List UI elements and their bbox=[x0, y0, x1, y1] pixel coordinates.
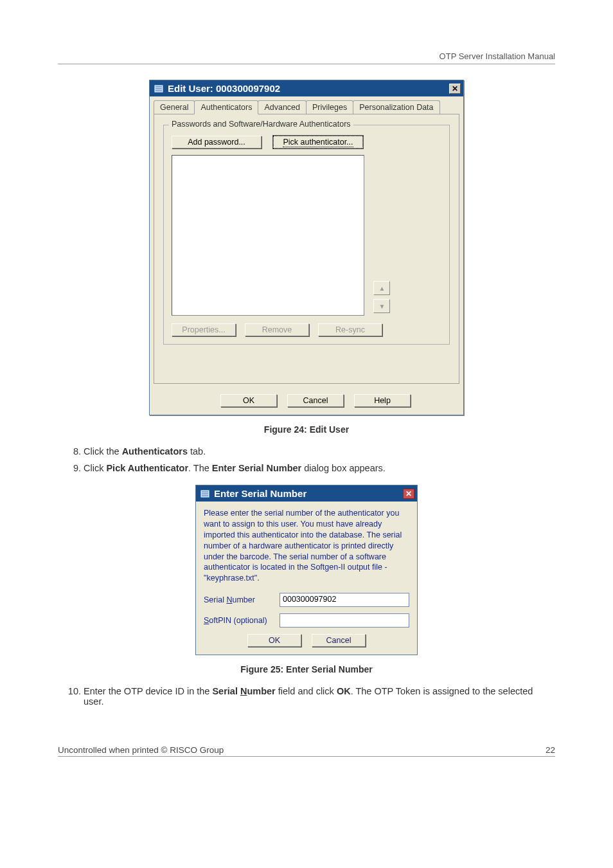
help-button[interactable]: Help bbox=[354, 394, 411, 407]
tab-privileges[interactable]: Privileges bbox=[306, 100, 353, 114]
properties-button[interactable]: Properties... bbox=[172, 323, 236, 336]
app-icon bbox=[154, 84, 164, 94]
pick-authenticator-button[interactable]: Pick authenticator... bbox=[273, 136, 363, 149]
move-up-button[interactable]: ▲ bbox=[373, 281, 390, 295]
authenticators-group: Passwords and Software/Hardware Authenti… bbox=[163, 125, 450, 345]
cancel-button[interactable]: Cancel bbox=[287, 394, 344, 407]
ok-button[interactable]: OK bbox=[220, 394, 277, 407]
tab-body: Passwords and Software/Hardware Authenti… bbox=[154, 114, 459, 384]
dialog2-title: Enter Serial Number bbox=[214, 488, 306, 499]
edit-user-dialog: Edit User: 000300097902 ✕ General Authen… bbox=[149, 80, 464, 415]
authenticator-list[interactable] bbox=[172, 155, 364, 316]
serial-number-input[interactable]: 000300097902 bbox=[280, 593, 409, 607]
group-label: Passwords and Software/Hardware Authenti… bbox=[169, 120, 353, 129]
enter-serial-number-dialog: Enter Serial Number ✕ Please enter the s… bbox=[195, 485, 418, 655]
tab-advanced[interactable]: Advanced bbox=[258, 100, 306, 114]
triangle-down-icon: ▼ bbox=[379, 303, 386, 310]
close-icon[interactable]: ✕ bbox=[403, 489, 414, 499]
tab-row: General Authenticators Advanced Privileg… bbox=[150, 96, 463, 114]
dialog1-title: Edit User: 000300097902 bbox=[168, 83, 280, 94]
figure-24-caption: Figure 24: Edit User bbox=[58, 424, 555, 435]
resync-button[interactable]: Re-sync bbox=[318, 323, 382, 336]
figure-25-caption: Figure 25: Enter Serial Number bbox=[58, 664, 555, 674]
page-footer: Uncontrolled when printed © RISCO Group … bbox=[58, 745, 555, 757]
serial-number-label: Serial Number bbox=[204, 595, 280, 604]
softpin-input[interactable] bbox=[280, 613, 409, 628]
step-10: Enter the OTP device ID in the Serial Nu… bbox=[84, 686, 555, 707]
step-list: Click the Authenticators tab. Click Pick… bbox=[58, 446, 555, 473]
close-icon[interactable]: ✕ bbox=[449, 84, 461, 94]
footer-page-number: 22 bbox=[546, 745, 555, 755]
add-password-button[interactable]: Add password... bbox=[172, 136, 262, 149]
header-title: OTP Server Installation Manual bbox=[440, 51, 555, 61]
app-icon bbox=[200, 489, 210, 499]
tab-authenticators[interactable]: Authenticators bbox=[194, 100, 258, 114]
softpin-label: SoftPIN (optional) bbox=[204, 616, 280, 625]
triangle-up-icon: ▲ bbox=[379, 285, 386, 292]
step-list-2: Enter the OTP device ID in the Serial Nu… bbox=[58, 686, 555, 707]
step-9: Click Pick Authenticator. The Enter Seri… bbox=[84, 463, 555, 473]
tab-general[interactable]: General bbox=[154, 100, 195, 114]
step-8: Click the Authenticators tab. bbox=[84, 446, 555, 457]
titlebar: Edit User: 000300097902 ✕ bbox=[150, 80, 463, 96]
dialog2-instructions: Please enter the serial number of the au… bbox=[204, 508, 409, 584]
cancel-button[interactable]: Cancel bbox=[312, 634, 366, 647]
remove-button[interactable]: Remove bbox=[245, 323, 309, 336]
tab-personalization-data[interactable]: Personalization Data bbox=[353, 100, 440, 114]
move-down-button[interactable]: ▼ bbox=[373, 299, 390, 313]
ok-button[interactable]: OK bbox=[247, 634, 301, 647]
page-header: OTP Server Installation Manual bbox=[58, 51, 555, 64]
footer-left: Uncontrolled when printed © RISCO Group bbox=[58, 745, 224, 755]
titlebar-2: Enter Serial Number ✕ bbox=[196, 485, 417, 502]
